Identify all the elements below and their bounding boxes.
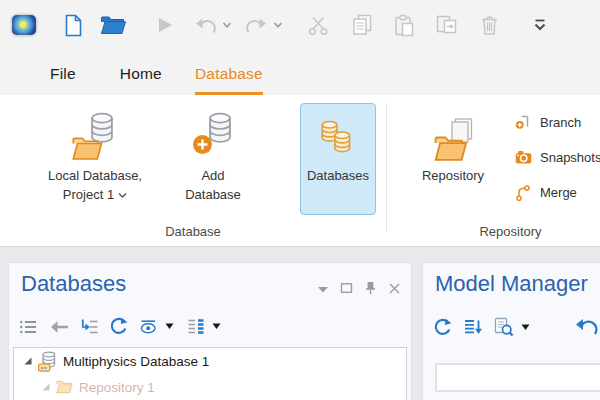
merge-button[interactable]: Merge [515,181,577,203]
ribbon-group-repository: Repository Branch Snapshots Merge Reposi… [387,95,600,246]
repository-button[interactable]: Repository [413,103,493,187]
refresh-icon[interactable] [109,317,129,336]
quick-access-toolbar [0,0,600,50]
float-panel-icon[interactable] [340,282,353,294]
ribbon-tab-bar: File Home Database [0,50,600,95]
plus-badge-icon [192,134,213,155]
search-in-document-icon[interactable] [493,317,514,337]
group-label-database: Database [0,224,386,239]
undo-dropdown-icon[interactable] [222,21,232,29]
snapshot-camera-icon [515,149,532,166]
refresh-icon[interactable] [433,318,453,337]
collapse-panel-icon[interactable] [317,283,329,294]
view-icon[interactable] [139,318,158,335]
tree-node-label: Repository 1 [79,380,155,395]
expand-triangle-icon[interactable] [22,356,34,366]
branch-button[interactable]: Branch [515,111,581,133]
search-dropdown-icon[interactable] [521,324,530,331]
merge-icon [515,184,532,201]
ribbon: Local Database, Project 1 AddDatabase Da… [0,95,600,247]
undo-icon[interactable] [575,317,598,337]
databases-tree: Multiphysics Database 1 Repository 1 [13,347,407,400]
panel-title: Model Manager [435,271,600,297]
databases-toolbar [19,317,221,336]
cut-icon[interactable] [307,15,330,36]
model-manager-search-input[interactable] [435,363,600,392]
collapse-ribbon-icon[interactable] [531,17,549,33]
button-label: AddDatabase [185,167,241,205]
columns-icon[interactable] [187,318,205,335]
delete-icon[interactable] [478,14,501,36]
model-manager-panel: Model Manager [422,262,600,400]
button-label: Local Database, Project 1 [48,167,142,205]
new-file-icon[interactable] [62,14,84,37]
databases-panel: Databases Multiphysics Database 1 Reposi… [8,262,412,400]
run-icon[interactable] [155,15,175,35]
panel-window-controls [317,281,401,295]
tree-row-repository-1[interactable]: Repository 1 [14,374,406,400]
ribbon-group-database: Local Database, Project 1 AddDatabase Da… [0,95,386,246]
panel-title: Databases [21,271,126,297]
add-database-button[interactable]: AddDatabase [172,103,254,206]
duplicate-icon[interactable] [434,14,458,36]
sort-icon[interactable] [463,318,483,336]
database-add-icon [192,110,234,162]
branch-icon [515,114,532,131]
redo-dropdown-icon[interactable] [273,21,283,29]
close-panel-icon[interactable] [388,282,401,295]
snapshots-button[interactable]: Snapshots [515,146,600,168]
undo-icon[interactable] [195,16,216,35]
show-menu-icon[interactable] [19,319,38,335]
database-small-icon [38,351,57,372]
app-logo-icon[interactable] [12,15,36,35]
redo-icon[interactable] [246,16,267,35]
databases-button[interactable]: Databases [300,103,376,215]
local-database-button[interactable]: Local Database, Project 1 [20,103,170,206]
dropdown-chevron-icon [118,192,127,199]
repository-small-icon [56,380,73,394]
databases-stack-icon [319,120,357,162]
button-label: Repository [422,167,484,186]
expand-triangle-icon[interactable] [40,382,52,392]
database-folder-icon [72,110,118,162]
tree-node-label: Multiphysics Database 1 [63,354,209,369]
go-to-node-icon[interactable] [80,318,99,336]
group-label-repository: Repository [387,224,600,239]
tab-home[interactable]: Home [120,65,162,95]
tab-file[interactable]: File [50,65,76,95]
tab-database[interactable]: Database [195,65,263,95]
copy-icon[interactable] [350,14,374,36]
tree-row-multiphysics-database[interactable]: Multiphysics Database 1 [14,348,406,374]
button-label: Databases [307,167,369,186]
back-icon[interactable] [49,319,70,335]
repository-folder-icon [433,118,473,162]
open-file-icon[interactable] [100,15,127,36]
columns-dropdown-icon[interactable] [212,323,221,330]
paste-icon[interactable] [392,14,416,37]
pin-panel-icon[interactable] [364,281,377,295]
model-manager-toolbar [433,317,598,337]
view-dropdown-icon[interactable] [165,323,174,330]
